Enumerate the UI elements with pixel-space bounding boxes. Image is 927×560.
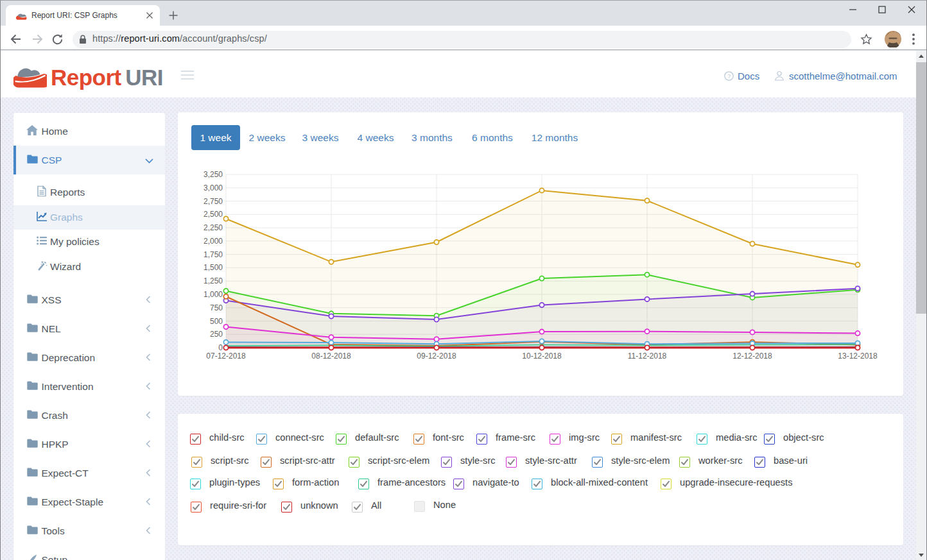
svg-text:13-12-2018: 13-12-2018 (838, 352, 878, 361)
svg-text:750: 750 (210, 303, 223, 312)
svg-text:500: 500 (210, 317, 223, 326)
svg-text:3,000: 3,000 (204, 183, 223, 192)
svg-text:2,500: 2,500 (204, 210, 223, 219)
svg-text:10-12-2018: 10-12-2018 (522, 352, 562, 361)
svg-text:07-12-2018: 07-12-2018 (206, 352, 246, 361)
svg-text:2,750: 2,750 (204, 197, 223, 206)
svg-text:1,250: 1,250 (204, 276, 223, 285)
svg-text:08-12-2018: 08-12-2018 (311, 352, 351, 361)
svg-text:0: 0 (218, 343, 223, 352)
svg-text:1,500: 1,500 (204, 263, 223, 272)
svg-text:1,000: 1,000 (204, 290, 223, 299)
svg-text:250: 250 (210, 330, 223, 339)
svg-text:2,000: 2,000 (204, 237, 223, 246)
svg-text:?: ? (727, 73, 731, 80)
svg-text:2,250: 2,250 (204, 223, 223, 232)
svg-text:1,750: 1,750 (204, 250, 223, 259)
svg-text:11-12-2018: 11-12-2018 (628, 352, 667, 361)
svg-text:09-12-2018: 09-12-2018 (417, 352, 456, 361)
svg-text:3,250: 3,250 (204, 170, 223, 179)
svg-text:12-12-2018: 12-12-2018 (732, 352, 772, 361)
